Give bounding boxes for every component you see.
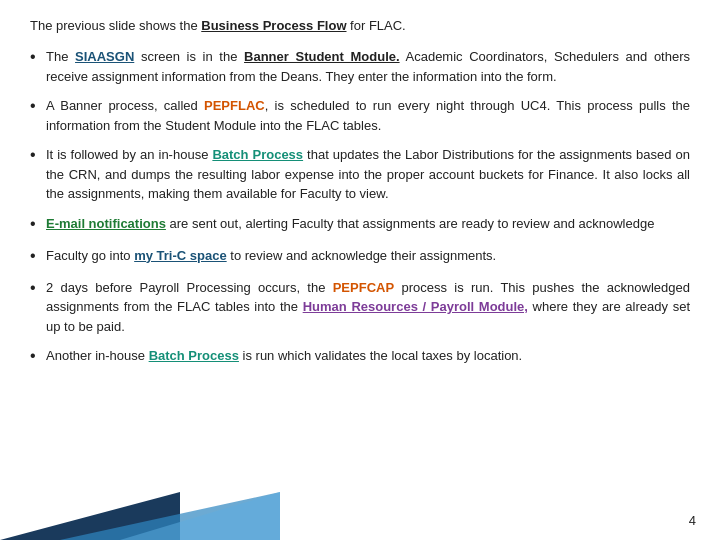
list-item: • The SIAASGN screen is in the Banner St… — [30, 47, 690, 86]
text-segment: is run which validates the local taxes b… — [239, 348, 522, 363]
text-segment: A Banner process, called — [46, 98, 204, 113]
text-segment: are sent out, alerting Faculty that assi… — [166, 216, 655, 231]
list-item: • E-mail notifications are sent out, ale… — [30, 214, 690, 236]
intro-text-after: for FLAC. — [347, 18, 406, 33]
list-item: • 2 days before Payroll Processing occur… — [30, 278, 690, 337]
bullet-content: A Banner process, called PEPFLAC, is sch… — [46, 96, 690, 135]
text-segment: screen is in the — [134, 49, 244, 64]
text-segment: to review and acknowledge their assignme… — [227, 248, 497, 263]
intro-link: Business Process Flow — [201, 18, 346, 33]
list-item: • It is followed by an in-house Batch Pr… — [30, 145, 690, 204]
list-item: • A Banner process, called PEPFLAC, is s… — [30, 96, 690, 135]
intro-paragraph: The previous slide shows the Business Pr… — [30, 18, 690, 33]
bullet-content: Another in-house Batch Process is run wh… — [46, 346, 690, 366]
bullet-dot: • — [30, 344, 46, 368]
bullet-dot: • — [30, 212, 46, 236]
list-item: • Faculty go into my Tri-C space to revi… — [30, 246, 690, 268]
bullet-content: The SIAASGN screen is in the Banner Stud… — [46, 47, 690, 86]
my-tric-space-link: my Tri-C space — [134, 248, 227, 263]
list-item: • Another in-house Batch Process is run … — [30, 346, 690, 368]
batch-process-link: Batch Process — [212, 147, 303, 162]
pepflac-link: PEPFLAC — [204, 98, 265, 113]
batch-process-2-link: Batch Process — [149, 348, 239, 363]
email-notifications-link: E-mail notifications — [46, 216, 166, 231]
page-container: The previous slide shows the Business Pr… — [0, 0, 720, 540]
bullet-dot: • — [30, 276, 46, 300]
hr-payroll-link: Human Resources / Payroll Module, — [303, 299, 528, 314]
text-segment: The — [46, 49, 75, 64]
bullet-content: Faculty go into my Tri-C space to review… — [46, 246, 690, 266]
pepfcap-link: PEPFCAP — [333, 280, 394, 295]
siaasgn-link: SIAASGN — [75, 49, 134, 64]
text-segment: 2 days before Payroll Processing occurs,… — [46, 280, 333, 295]
text-segment: It is followed by an in-house — [46, 147, 212, 162]
bullet-list: • The SIAASGN screen is in the Banner St… — [30, 47, 690, 368]
page-number: 4 — [689, 513, 696, 528]
text-segment: Another in-house — [46, 348, 149, 363]
text-segment: Faculty go into — [46, 248, 134, 263]
bullet-content: It is followed by an in-house Batch Proc… — [46, 145, 690, 204]
bullet-content: E-mail notifications are sent out, alert… — [46, 214, 690, 234]
bottom-decoration — [0, 492, 720, 540]
banner-student-module: Banner Student Module. — [244, 49, 400, 64]
triangle-container — [0, 492, 300, 540]
bullet-dot: • — [30, 244, 46, 268]
bullet-content: 2 days before Payroll Processing occurs,… — [46, 278, 690, 337]
bullet-dot: • — [30, 143, 46, 167]
intro-text-before: The previous slide shows the — [30, 18, 201, 33]
triangle-lighter — [120, 492, 280, 540]
bullet-dot: • — [30, 94, 46, 118]
bullet-dot: • — [30, 45, 46, 69]
